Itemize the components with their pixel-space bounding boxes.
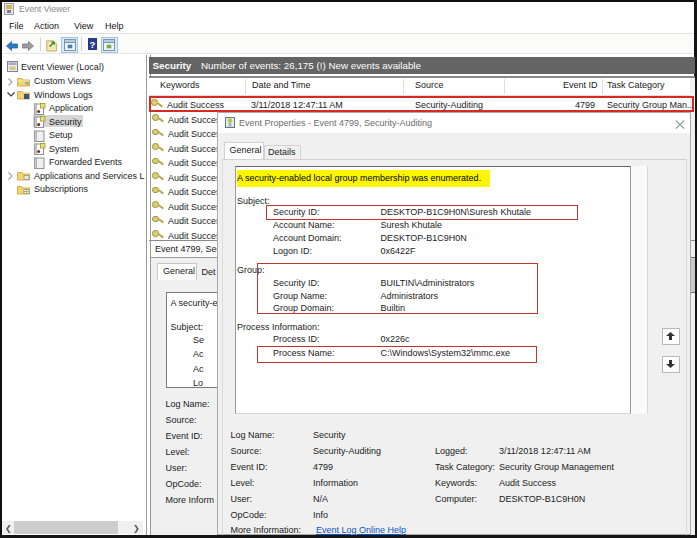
svg-text:?: ? <box>89 38 95 49</box>
